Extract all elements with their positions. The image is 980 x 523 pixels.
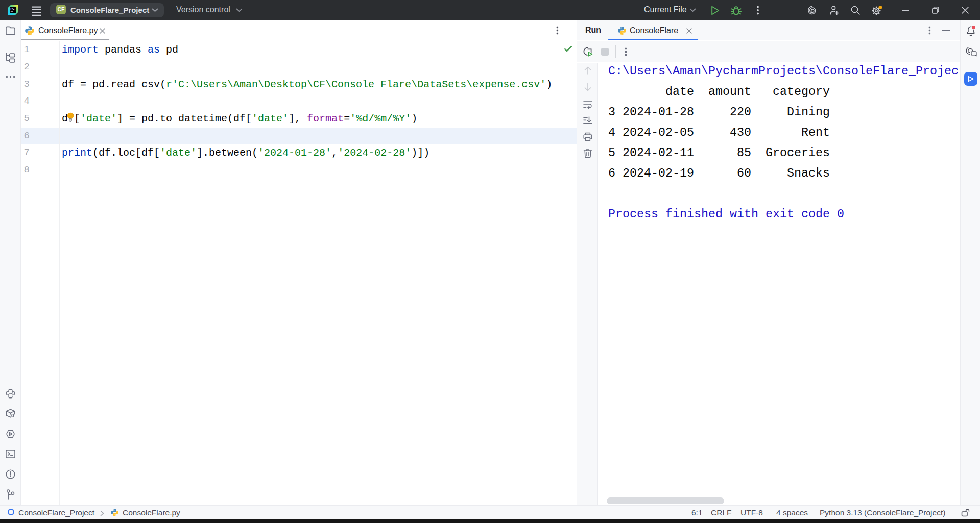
svg-text:PC: PC <box>11 7 15 10</box>
